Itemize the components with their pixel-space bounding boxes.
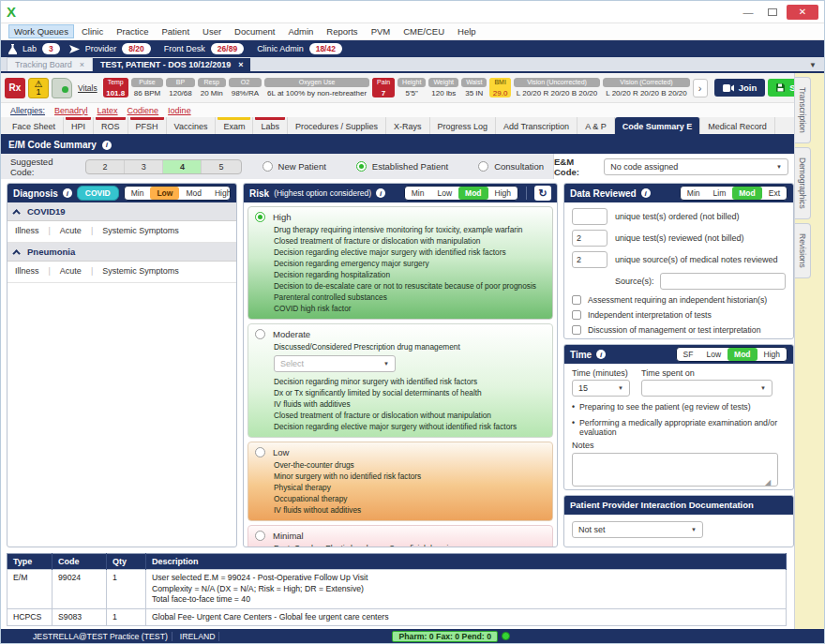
code-3-button[interactable]: 3 [125,160,163,173]
radio-new-patient[interactable]: New Patient [262,161,326,172]
diagnosis-level-min[interactable]: Min [125,187,151,200]
menu-document[interactable]: Document [229,24,280,38]
time-level-high[interactable]: High [758,348,787,361]
allergy-benadryl[interactable]: Benadryl [54,106,88,115]
menu-work-queues[interactable]: Work Queues [8,24,74,38]
rail-tab-revisions[interactable]: Revisions [795,223,811,278]
warning-icon[interactable]: 1 [28,78,49,98]
allergy-codiene[interactable]: Codiene [128,106,159,115]
dr-level-mod[interactable]: Mod [732,187,761,200]
radio-established-patient[interactable]: Established Patient [356,161,448,172]
menu-help[interactable]: Help [452,24,482,38]
risk-option-high[interactable]: High Drug therapy requiring intensive mo… [248,206,553,320]
menu-clinic[interactable]: Clinic [76,24,109,38]
info-icon[interactable] [641,188,651,198]
prescription-select[interactable]: Select ▼ [274,355,396,372]
checkbox-independent-historian[interactable]: Assessment requiring an independent hist… [572,295,786,305]
info-icon[interactable] [63,188,72,198]
diagnosis-group-pneumonia[interactable]: Pneumonia [8,243,236,262]
risk-level-mod[interactable]: Mod [458,187,488,200]
diagnosis-level-high[interactable]: High [208,187,231,200]
menu-reports[interactable]: Reports [321,24,363,38]
radio-icon-checked[interactable] [255,212,265,222]
diagnosis-level-low[interactable]: Low [150,187,179,200]
tab-medical-record[interactable]: Medical Record [700,117,775,134]
tab-xrays[interactable]: X-Rays [386,117,430,134]
tab-code-summary[interactable]: Code Summary E [615,117,701,134]
dr-level-min[interactable]: Min [681,187,707,200]
join-button[interactable]: Join [714,79,766,97]
notes-textarea[interactable] [572,453,778,487]
queue-front-desk-count[interactable]: 26/89 [211,43,244,54]
checkbox-independent-interpretation[interactable]: Independent interpretation of tests [572,310,786,320]
checkbox-icon[interactable] [572,310,581,320]
time-spent-select[interactable]: ▼ [641,380,772,397]
tab-progress-log[interactable]: Progress Log [430,117,497,134]
tab-patient-chart[interactable]: TEST, PATIENT - DOS 10/12/2019 × [93,58,250,71]
rx-icon[interactable]: Rx [5,78,25,98]
tests-ordered-input[interactable] [572,208,608,225]
close-tab-icon[interactable]: × [80,60,84,69]
time-level-sf[interactable]: SF [677,348,700,361]
close-button[interactable]: ✕ [787,5,818,20]
tests-reviewed-input[interactable] [572,230,608,247]
menu-user[interactable]: User [197,24,227,38]
vitals-link[interactable]: Vitals [78,83,98,93]
tab-add-transcription[interactable]: Add Transcription [496,117,578,134]
dr-level-lim[interactable]: Lim [707,187,733,200]
tab-labs[interactable]: Labs [253,117,288,134]
tab-ros[interactable]: ROS [94,117,128,134]
code-4-button[interactable]: 4 [163,160,202,173]
info-icon[interactable] [102,141,112,150]
menu-practice[interactable]: Practice [111,24,154,38]
queue-provider-label[interactable]: Provider [85,44,117,53]
radio-icon[interactable] [255,447,265,457]
save-button[interactable]: Save [768,79,794,97]
expand-vitals-button[interactable]: › [693,79,708,97]
code-5-button[interactable]: 5 [202,160,240,173]
risk-level-min[interactable]: Min [405,187,431,200]
radio-icon-checked[interactable] [356,161,367,172]
tab-vaccines[interactable]: Vaccines [167,117,217,134]
menu-cmeceu[interactable]: CME/CEU [398,24,450,38]
info-icon[interactable] [596,350,606,359]
radio-icon[interactable] [262,161,273,172]
code-2-button[interactable]: 2 [86,160,125,173]
menu-admin[interactable]: Admin [282,24,319,38]
queue-front-desk-label[interactable]: Front Desk [164,44,205,53]
attr-illness[interactable]: Illness [15,266,39,276]
covid-button[interactable]: COVID [77,186,119,201]
tab-face-sheet[interactable]: Face Sheet [5,117,64,134]
radio-icon[interactable] [255,329,265,339]
tab-pfsh[interactable]: PFSH [128,117,167,134]
queue-lab-label[interactable]: Lab [22,44,37,53]
radio-icon[interactable] [478,161,488,172]
checkbox-icon[interactable] [572,295,581,305]
queue-lab-count[interactable]: 3 [42,43,60,54]
tab-a-and-p[interactable]: A & P [578,117,615,134]
close-tab-icon[interactable]: × [238,60,243,69]
menu-patient[interactable]: Patient [156,24,195,38]
ppid-select[interactable]: Not set ▼ [572,521,703,538]
diagnosis-group-covid19[interactable]: COVID19 [8,202,236,221]
sources-input[interactable] [660,273,786,290]
attr-acute[interactable]: Acute [60,226,82,235]
tab-hpi[interactable]: HPI [64,117,94,134]
checkbox-discussion-management[interactable]: Discussion of management or test interpr… [572,325,786,335]
chevron-up-icon[interactable] [12,209,20,217]
rail-tab-demographics[interactable]: Demographics [795,147,811,219]
time-minutes-select[interactable]: 15 ▼ [572,380,630,397]
tab-procedures-supplies[interactable]: Procedures / Supplies [288,117,386,134]
em-code-select[interactable]: No code assigned ▼ [604,158,788,175]
allergies-label[interactable]: Allergies: [10,106,45,115]
rail-tab-transcription[interactable]: Transcription [795,77,811,143]
tab-exam[interactable]: Exam [216,117,253,134]
maximize-button[interactable] [768,8,777,16]
risk-option-minimal[interactable]: Minimal Rest, Gargles, Elastic bandages,… [248,525,553,547]
status-queue-counts[interactable]: Pharm: 0 Fax: 0 Pend: 0 [392,631,498,642]
queue-clinic-admin-count[interactable]: 18/42 [309,43,342,54]
chevron-up-icon[interactable] [12,249,20,257]
queue-clinic-admin-label[interactable]: Clinic Admin [257,44,304,53]
refresh-icon[interactable] [534,186,551,201]
attr-systemic[interactable]: Systemic Symptoms [102,266,179,276]
